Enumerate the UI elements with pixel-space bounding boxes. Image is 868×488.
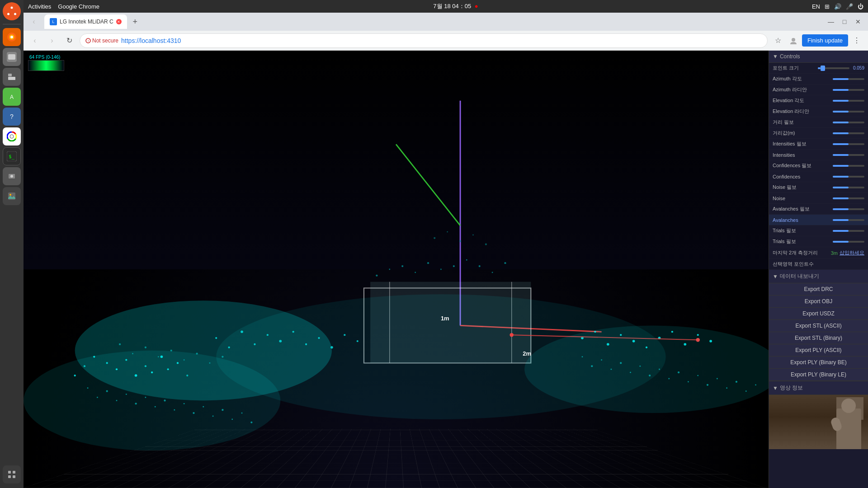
fps-graph <box>28 60 64 71</box>
svg-point-132 <box>668 378 670 380</box>
svg-point-128 <box>630 372 631 373</box>
svg-point-25 <box>9 194 11 196</box>
trials-filter-slider[interactable] <box>833 230 864 232</box>
svg-point-117 <box>203 406 204 408</box>
svg-point-56 <box>215 337 217 339</box>
intensities-filter-slider[interactable] <box>833 143 864 145</box>
pointsize-label: 포인트 크기 <box>773 65 818 71</box>
avalanches-filter-slider[interactable] <box>833 208 864 210</box>
app-grid-icon[interactable] <box>3 465 21 483</box>
export-stl-binary-button[interactable]: Export STL (Binary) <box>769 332 868 344</box>
svg-point-97 <box>492 272 493 273</box>
video-thumbnail <box>769 395 868 449</box>
tab-close-button[interactable]: ✕ <box>116 19 122 24</box>
software-center-icon[interactable]: A <box>3 88 21 106</box>
elevation-radian-slider[interactable] <box>833 111 864 113</box>
azimuth-radian-slider[interactable] <box>833 89 864 91</box>
activities-label[interactable]: Activities <box>28 3 51 10</box>
azimuth-angle-slider[interactable] <box>833 78 864 80</box>
files-icon[interactable] <box>3 68 21 86</box>
close-button[interactable]: ✕ <box>852 15 864 28</box>
avalanches-filter-row: Avalanches 필보 <box>769 204 868 215</box>
ubuntu-icon[interactable] <box>3 2 21 20</box>
export-ply-ascii-button[interactable]: Export PLY (ASCII) <box>769 344 868 357</box>
azimuth-angle-row: Azimuth 각도 <box>769 74 868 84</box>
pointsize-slider[interactable] <box>818 67 849 69</box>
svg-point-2 <box>7 13 9 15</box>
export-ply-le-button[interactable]: Export PLY (Binary LE) <box>769 369 868 381</box>
screenshot-icon[interactable] <box>3 167 21 185</box>
finish-update-button[interactable]: Finish update <box>802 34 848 47</box>
export-obj-button[interactable]: Export OBJ <box>769 296 868 308</box>
pointcloud-viewer[interactable]: 64 FPS (0-146) <box>24 51 769 488</box>
svg-point-119 <box>222 409 223 411</box>
svg-rect-10 <box>8 74 12 76</box>
noise-filter-slider[interactable] <box>833 187 864 188</box>
elevation-angle-row: Elevation 각도 <box>769 95 868 106</box>
new-tab-button[interactable]: + <box>129 15 142 28</box>
back-button[interactable]: ‹ <box>28 34 42 47</box>
firefox-icon[interactable] <box>3 28 21 46</box>
export-stl-ascii-button[interactable]: Export STL (ASCII) <box>769 320 868 332</box>
trials-slider[interactable] <box>833 241 864 243</box>
fps-counter: 64 FPS (0-146) <box>26 53 66 72</box>
svg-point-110 <box>135 403 137 404</box>
distance-filter-slider[interactable] <box>833 122 864 123</box>
svg-point-106 <box>97 397 98 398</box>
svg-point-130 <box>649 375 651 376</box>
chrome-back-button[interactable]: ‹ <box>27 15 41 28</box>
noise-slider[interactable] <box>833 197 864 199</box>
chrome-tab[interactable]: L LG Innotek MLiDAR C ✕ <box>44 14 127 29</box>
address-bar[interactable]: ! Not secure https://localhost:4310 <box>80 33 768 48</box>
chrome-taskbar-icon[interactable] <box>3 127 21 145</box>
video-section: ▼ 영상 정보 <box>769 381 868 449</box>
minimize-button[interactable]: — <box>825 15 837 28</box>
svg-point-89 <box>389 269 390 270</box>
help-icon[interactable]: ? <box>3 108 21 126</box>
noise-filter-row: Noise 필보 <box>769 182 868 193</box>
svg-point-105 <box>87 387 89 389</box>
not-secure-indicator: ! Not secure <box>85 38 118 44</box>
svg-point-123 <box>582 356 583 357</box>
export-ply-be-button[interactable]: Export PLY (Binary BE) <box>769 357 868 369</box>
confidences-slider[interactable] <box>833 176 864 178</box>
sound-icon: 🔊 <box>834 3 841 10</box>
terminal-icon[interactable]: $_ <box>3 147 21 165</box>
app-name-label: Google Chrome <box>58 3 99 10</box>
distance-value-slider[interactable] <box>833 132 864 134</box>
data-export-header[interactable]: ▼ 데이터 내보내기 <box>769 270 868 283</box>
svg-rect-27 <box>8 471 11 474</box>
measure-2m-label: 2m <box>523 350 531 357</box>
profile-button[interactable] <box>787 34 800 47</box>
avalanches-slider[interactable] <box>833 219 864 221</box>
forward-button[interactable]: › <box>45 34 59 47</box>
svg-point-131 <box>659 369 660 370</box>
messenger-icon[interactable] <box>3 48 21 66</box>
svg-point-142 <box>434 237 435 239</box>
image-viewer-icon[interactable] <box>3 187 21 205</box>
controls-label: Controls <box>780 53 800 60</box>
export-usdz-button[interactable]: Export USDZ <box>769 308 868 320</box>
language-indicator[interactable]: EN <box>812 3 820 10</box>
pointcloud-scene: 1m 2m <box>24 51 769 488</box>
controls-collapse-icon: ▼ <box>773 53 778 60</box>
maximize-button[interactable]: □ <box>838 15 851 28</box>
bookmark-button[interactable]: ☆ <box>771 34 785 47</box>
elevation-angle-slider[interactable] <box>833 100 864 102</box>
svg-rect-30 <box>13 475 15 478</box>
reload-button[interactable]: ↻ <box>62 34 76 47</box>
video-section-header[interactable]: ▼ 영상 정보 <box>769 381 868 395</box>
svg-rect-29 <box>8 475 11 478</box>
right-panel: ▼ Controls 포인트 크기 0.059 Azimuth 각도 <box>769 51 868 488</box>
mic-icon: 🎤 <box>846 3 853 10</box>
confidences-filter-slider[interactable] <box>833 165 864 167</box>
svg-point-103 <box>24 351 280 450</box>
controls-section-header[interactable]: ▼ Controls <box>769 51 868 63</box>
export-drc-button[interactable]: Export DRC <box>769 283 868 296</box>
svg-text:!: ! <box>88 39 89 43</box>
chrome-menu-button[interactable]: ⋮ <box>850 34 863 47</box>
svg-point-138 <box>726 387 727 389</box>
svg-point-3 <box>14 13 16 15</box>
intensities-slider[interactable] <box>833 154 864 156</box>
export-section: Export DRC Export OBJ Export USDZ Export… <box>769 283 868 381</box>
